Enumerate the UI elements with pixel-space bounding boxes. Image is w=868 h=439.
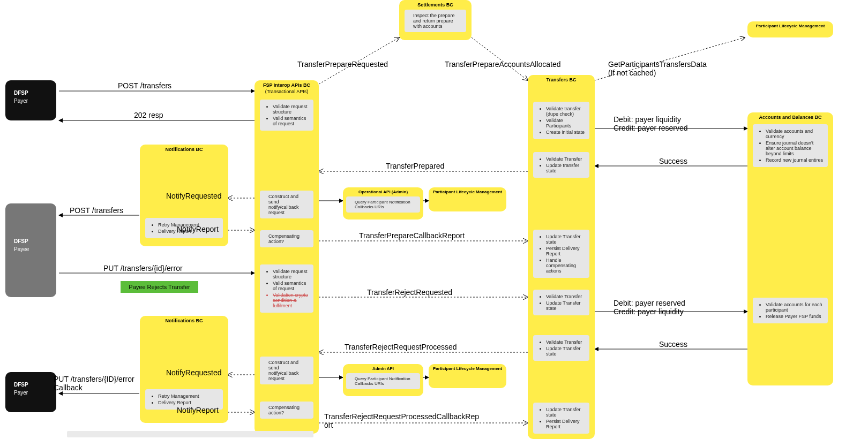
label-transfer-reject-callback-report: TransferRejectRequestProcessedCallbackRe…	[324, 412, 479, 429]
label-202-resp: 202 resp	[134, 111, 163, 119]
transfers-p1c: Create initial state	[546, 130, 585, 135]
fsp-p1a: Validate request structure	[273, 104, 309, 115]
label-transfer-reject-requested: TransferRejectRequested	[367, 288, 452, 297]
label-success-1: Success	[659, 157, 687, 165]
dfsp-payee-s: Payee	[5, 244, 56, 252]
opapi2-title: Admin API	[343, 364, 423, 372]
opapi1-title: Operational API (Admin)	[343, 187, 423, 195]
label-put-transfers-error: PUT /transfers/{id}/error	[103, 264, 183, 273]
transfers-p1a: Validate transfer (dupe check)	[546, 106, 585, 117]
transfers-title: Transfers BC	[528, 75, 595, 84]
dfsp-payer-2-s: Payer	[5, 388, 56, 396]
notif1-title: Notifications BC	[140, 145, 228, 153]
transfers-p3c: Handle compensating actions	[546, 258, 585, 274]
label-success-2: Success	[659, 340, 687, 349]
notif2-b: Delivery Report	[158, 400, 219, 405]
opapi2-p: Query Participant Notification Callbacks…	[355, 376, 410, 386]
transfers-p3b: Persist Delivery Report	[546, 246, 585, 256]
transfers-p4b: Update Transfer state	[546, 300, 585, 311]
transfers-p5b: Update Transfer state	[546, 346, 585, 357]
notif2-a: Retry Management	[158, 393, 219, 399]
label-post-transfers: POST /transfers	[118, 81, 171, 90]
accounts-p2b: Release Payer FSP funds	[766, 314, 824, 319]
transfers-p3a: Update Transfer state	[546, 234, 585, 245]
label-notify-report-1: NotifyReport	[177, 225, 219, 233]
opapi1-p: Query Participant Notification Callbacks…	[355, 200, 410, 209]
fsp-p4c: Validation crypto condition & fulfilment	[273, 292, 309, 308]
accounts-p1c: Record new journal entires	[766, 157, 824, 163]
plm-node-1: Participant Lifecycle Management	[429, 187, 506, 211]
label-get-participants-data: GetParticipantsTransfersData (If not cac…	[608, 60, 707, 77]
fsp-title: FSP Interop APIs BC	[255, 80, 319, 89]
fsp-p4a: Validate request structure	[273, 269, 309, 279]
fsp-p3: Compensating action?	[268, 233, 300, 244]
plm-node-2: Participant Lifecycle Management	[429, 364, 506, 388]
operational-api-node-1: Operational API (Admin) Query Participan…	[343, 187, 423, 220]
dfsp-payee-t: DFSP	[5, 203, 56, 244]
notif2-title: Notifications BC	[140, 316, 228, 324]
settlements-desc: Inspect the prepare and return prepare w…	[413, 13, 455, 29]
payee-rejects-text: Payee Rejects Transfer	[129, 284, 190, 290]
footer-bar	[67, 431, 313, 437]
dfsp-payer-node-1: DFSP Payer	[5, 80, 56, 120]
transfers-p1b: Validate Participants	[546, 118, 585, 128]
transfers-p2b: Update transfer state	[546, 163, 585, 173]
dfsp-payer-1-t: DFSP	[5, 80, 56, 96]
svg-line-3	[472, 37, 528, 80]
transfers-p2a: Validate Transfer	[546, 156, 585, 162]
admin-api-node-2: Admin API Query Participant Notification…	[343, 364, 423, 396]
accounts-p1b: Ensure journal doesn't alter account bal…	[766, 140, 824, 156]
transfers-p6b: Persist Delivery Report	[546, 419, 585, 429]
label-transfer-reject-processed: TransferRejectRequestProcessed	[345, 343, 457, 351]
label-notify-requested-1: NotifyRequested	[166, 192, 222, 200]
label-put-callback: PUT /transfers/{ID}/error Callback	[54, 375, 134, 392]
plm2-title: Participant Lifecycle Management	[429, 364, 506, 372]
dfsp-payer-1-s: Payer	[5, 96, 56, 104]
transfers-p5a: Validate Transfer	[546, 339, 585, 345]
payee-rejects-badge: Payee Rejects Transfer	[121, 281, 198, 293]
plm-tiny-node: Participant Lifecycle Management	[747, 21, 833, 37]
label-transfer-prepare-accounts-allocated: TransferPrepareAccountsAllocated	[445, 60, 561, 69]
label-transfer-prepare-requested: TransferPrepareRequested	[297, 60, 388, 69]
label-transfer-prepare-callback: TransferPrepareCallbackReport	[359, 231, 465, 240]
fsp-interop-node: FSP Interop APIs BC (Transactional APIs)…	[255, 80, 319, 434]
label-post-transfers-payee: POST /transfers	[70, 206, 123, 215]
dfsp-payee-node: DFSP Payee	[5, 203, 56, 297]
fsp-p6: Compensating action?	[268, 405, 300, 415]
accounts-p2a: Validate accounts for each participant	[766, 302, 824, 313]
fsp-p1b: Valid semantics of request	[273, 116, 309, 126]
transfers-p6a: Update Transfer state	[546, 407, 585, 418]
label-debit-credit-2: Debit: payer reserved Credit: payer liqu…	[613, 299, 685, 316]
fsp-p5: Construct and send notify/callback reque…	[268, 360, 299, 381]
fsp-subtitle: (Transactional APIs)	[255, 89, 319, 96]
fsp-p4b: Valid semantics of request	[273, 281, 309, 291]
label-transfer-prepared: TransferPrepared	[386, 162, 444, 170]
label-notify-report-2: NotifyReport	[177, 406, 219, 414]
dfsp-payer-2-t: DFSP	[5, 372, 56, 388]
settlements-title: Settlements BC	[399, 0, 472, 9]
accounts-title: Accounts and Balances BC	[747, 112, 833, 121]
accounts-p1a: Validate accounts and currency	[766, 128, 824, 139]
transfers-bc-node: Transfers BC Validate transfer (dupe che…	[528, 75, 595, 439]
label-debit-credit-1: Debit: payer liquidity Credit: payer res…	[613, 115, 688, 132]
settlements-bc-node: Settlements BC Inspect the prepare and r…	[399, 0, 472, 40]
fsp-p2: Construct and send notify/callback reque…	[268, 194, 299, 215]
plm-tiny-title: Participant Lifecycle Management	[747, 21, 833, 29]
transfers-p4a: Validate Transfer	[546, 294, 585, 299]
plm1-title: Participant Lifecycle Management	[429, 187, 506, 195]
label-notify-requested-2: NotifyRequested	[166, 368, 222, 377]
dfsp-payer-node-2: DFSP Payer	[5, 372, 56, 412]
accounts-bc-node: Accounts and Balances BC Validate accoun…	[747, 112, 833, 385]
